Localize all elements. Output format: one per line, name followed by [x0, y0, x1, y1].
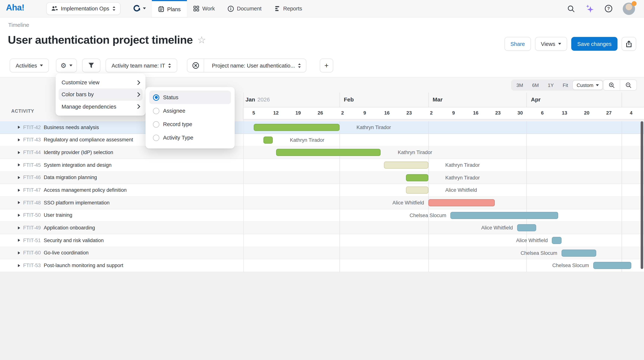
vertical-scrollbar[interactable] — [641, 121, 643, 269]
radio-button[interactable] — [153, 121, 159, 128]
gantt-bar[interactable] — [406, 174, 428, 181]
activity-title: User training — [44, 212, 72, 218]
activity-row[interactable]: FTIT-49Application onboardingAlice Whitf… — [0, 222, 644, 234]
search-icon[interactable] — [567, 5, 575, 12]
activity-row[interactable]: FTIT-42Business needs analysisKathryn Ti… — [0, 121, 644, 134]
favorite-star-icon[interactable]: ☆ — [197, 35, 206, 45]
color-by-option-status[interactable]: Status — [149, 91, 231, 104]
activity-row[interactable]: FTIT-51Security and risk validationAlice… — [0, 234, 644, 247]
tab-plans[interactable]: Plans — [152, 0, 187, 17]
gantt-bar[interactable] — [593, 262, 631, 269]
chevron-down-icon — [558, 43, 561, 45]
week-tick-label: 12 — [273, 110, 279, 116]
activity-row[interactable]: FTIT-60Go-live coordinationChelsea Slocu… — [0, 247, 644, 259]
gantt-bar[interactable] — [254, 124, 339, 131]
range-1y[interactable]: 1Y — [543, 82, 558, 88]
color-by-option-activity-type[interactable]: Activity Type — [146, 131, 235, 144]
range-3m[interactable]: 3M — [512, 82, 528, 88]
workspace-selector[interactable]: Implementation Ops — [46, 2, 120, 15]
team-filter-chip[interactable]: Activity team name: IT — [106, 58, 178, 72]
activity-row[interactable]: FTIT-44Identity provider (IdP) selection… — [0, 146, 644, 159]
chevron-down-icon — [40, 64, 43, 66]
remove-filter-button[interactable] — [187, 59, 204, 72]
month-gridline — [428, 92, 428, 107]
gantt-bar[interactable] — [450, 212, 558, 219]
activity-title: Access management policy definition — [44, 187, 127, 193]
assignee-label: Kathryn Tirador — [290, 137, 324, 143]
gantt-bar[interactable] — [384, 162, 428, 168]
views-button[interactable]: Views — [535, 37, 567, 51]
range-6m[interactable]: 6M — [528, 82, 543, 88]
expand-caret-icon[interactable] — [18, 188, 20, 192]
expand-caret-icon[interactable] — [18, 138, 20, 142]
assignee-label: Chelsea Slocum — [552, 263, 589, 268]
week-tick-label: 23 — [406, 110, 412, 116]
activity-title: Go-live coordination — [44, 250, 88, 256]
calendar-icon — [158, 6, 164, 12]
quick-nav-button[interactable] — [133, 4, 146, 12]
activity-row[interactable]: FTIT-53Post-launch monitoring and suppor… — [0, 259, 644, 272]
radio-button[interactable] — [153, 94, 159, 100]
settings-gear-button[interactable]: ⚙ — [56, 58, 77, 72]
tab-document[interactable]: Document — [221, 0, 268, 17]
activity-id: FTIT-43 — [23, 137, 41, 143]
save-changes-button[interactable]: Save changes — [571, 37, 618, 51]
expand-caret-icon[interactable] — [18, 151, 20, 154]
avatar[interactable] — [623, 2, 635, 15]
zoom-out-button[interactable] — [620, 80, 636, 90]
activity-title: Identity provider (IdP) selection — [44, 150, 113, 155]
color-by-option-assignee[interactable]: Assignee — [146, 104, 235, 118]
week-tick-label: 16 — [473, 110, 478, 116]
menu-item-label: Color bars by — [62, 92, 94, 98]
expand-caret-icon[interactable] — [18, 214, 20, 217]
aha-logo[interactable]: Aha! — [6, 2, 24, 13]
expand-caret-icon[interactable] — [18, 126, 20, 129]
assignee-label: Chelsea Slocum — [520, 250, 557, 256]
menu-item-color-bars-by[interactable]: Color bars by — [58, 88, 142, 101]
radio-button[interactable] — [153, 108, 159, 114]
tab-reports[interactable]: Reports — [268, 0, 308, 17]
expand-caret-icon[interactable] — [18, 252, 20, 254]
expand-caret-icon[interactable] — [18, 176, 20, 179]
gantt-bar[interactable] — [406, 187, 428, 194]
gantt-bar[interactable] — [276, 149, 380, 156]
expand-caret-icon[interactable] — [18, 264, 20, 267]
range-fit[interactable]: Fit — [558, 82, 572, 88]
breadcrumb: Timeline — [8, 22, 29, 28]
gantt-bar[interactable] — [517, 224, 536, 232]
menu-item-customize-view[interactable]: Customize view — [56, 76, 146, 88]
activity-row[interactable]: FTIT-50User trainingChelsea Slocum — [0, 209, 644, 222]
updown-caret-icon — [168, 63, 172, 68]
ai-sparkle-icon[interactable] — [585, 4, 594, 13]
filter-button[interactable] — [82, 58, 100, 72]
expand-caret-icon[interactable] — [18, 226, 20, 229]
menu-item-manage-dependencies[interactable]: Manage dependencies — [56, 100, 146, 113]
week-tick-label: 9 — [452, 110, 455, 116]
month-label: Feb — [344, 96, 354, 102]
radio-button[interactable] — [153, 134, 159, 141]
expand-caret-icon[interactable] — [18, 164, 20, 166]
zoom-in-button[interactable] — [603, 80, 620, 90]
share-button[interactable]: Share — [504, 37, 531, 51]
export-button[interactable] — [622, 37, 636, 51]
color-by-option-record-type[interactable]: Record type — [146, 118, 235, 131]
expand-caret-icon[interactable] — [18, 201, 20, 204]
expand-caret-icon[interactable] — [18, 239, 20, 242]
gantt-bar[interactable] — [561, 250, 596, 256]
activity-row[interactable]: FTIT-45System integration and designKath… — [0, 159, 644, 172]
custom-range-dropdown[interactable]: Custom — [572, 80, 603, 90]
gantt-bar[interactable] — [552, 237, 561, 244]
chevron-right-icon — [136, 80, 140, 85]
tab-work[interactable]: Work — [187, 0, 221, 17]
activity-row[interactable]: FTIT-47Access management policy definiti… — [0, 184, 644, 196]
activity-row[interactable]: FTIT-43Regulatory and compliance assessm… — [0, 134, 644, 146]
add-filter-button[interactable]: + — [320, 58, 333, 72]
gantt-bar[interactable] — [428, 199, 495, 206]
project-filter-value[interactable]: Project name: User authenticatio... — [207, 62, 306, 68]
activity-row[interactable]: FTIT-46Data migration planningKathryn Ti… — [0, 172, 644, 184]
activities-dropdown[interactable]: Activities — [10, 58, 49, 72]
zoom-controls — [603, 80, 637, 91]
help-icon[interactable]: ? — [604, 4, 613, 13]
gantt-bar[interactable] — [263, 136, 273, 144]
activity-row[interactable]: FTIT-48SSO platform implementationAlice … — [0, 196, 644, 209]
